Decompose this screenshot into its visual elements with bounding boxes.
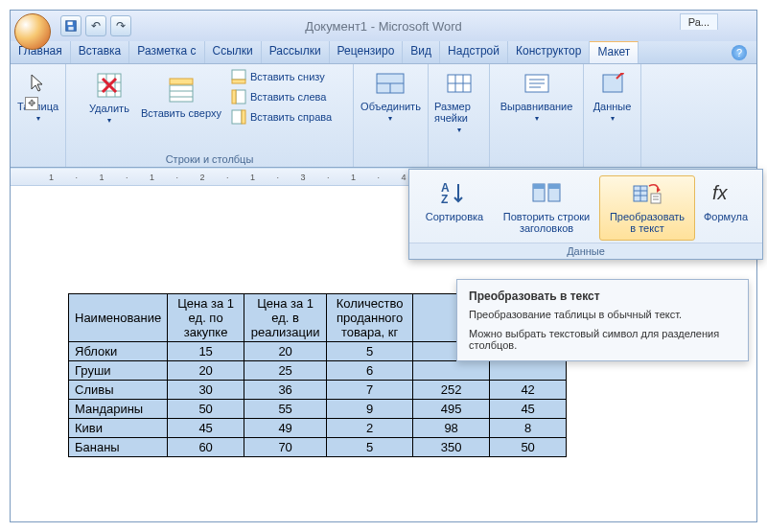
rows-cols-label: Строки и столбцы: [72, 152, 347, 166]
chevron-down-icon: ▾: [107, 116, 111, 125]
svg-rect-13: [232, 80, 245, 83]
cell-size-button[interactable]: Размер ячейки ▾: [434, 68, 483, 134]
group-data: Данные ▾: [584, 64, 641, 167]
svg-rect-12: [232, 70, 245, 80]
delete-table-icon: [94, 70, 125, 101]
tooltip-title: Преобразовать в текст: [469, 289, 736, 303]
insert-row-above-icon: [166, 75, 197, 105]
table-header[interactable]: Количество проданного товара, кг: [327, 294, 413, 342]
svg-rect-29: [603, 75, 622, 92]
group-table: Таблица ▾: [11, 64, 66, 167]
group-merge: Объединить ▾: [354, 64, 429, 167]
sort-icon: AZ: [439, 180, 470, 207]
tab-design[interactable]: Конструктор: [508, 41, 590, 63]
qat-save-icon[interactable]: [60, 15, 81, 36]
table-header[interactable]: Цена за 1 ед. в реализации: [244, 294, 327, 342]
tab-insert[interactable]: Вставка: [71, 41, 130, 63]
insert-col-left-icon: [231, 89, 246, 104]
svg-rect-16: [232, 110, 242, 124]
insert-left-button[interactable]: Вставить слева: [229, 88, 334, 105]
svg-rect-14: [236, 90, 245, 104]
tab-references[interactable]: Ссылки: [205, 41, 262, 63]
office-orb-button[interactable]: [14, 13, 51, 50]
svg-rect-36: [548, 184, 560, 189]
convert-to-text-icon: [632, 180, 662, 207]
quick-access-toolbar: ↶ ↷: [60, 15, 131, 36]
svg-rect-8: [170, 85, 193, 102]
convert-to-text-button[interactable]: Преобразовать в текст: [599, 175, 695, 241]
window-title: Документ1 - Microsoft Word: [305, 19, 462, 34]
qat-redo-icon[interactable]: ↷: [110, 15, 131, 36]
group-alignment: Выравнивание ▾: [490, 64, 584, 167]
insert-below-button[interactable]: Вставить снизу: [229, 68, 334, 85]
chevron-down-icon: ▾: [535, 114, 539, 123]
insert-col-right-icon: [231, 109, 246, 125]
table-row[interactable]: Груши20256: [69, 361, 567, 381]
svg-rect-2: [68, 27, 73, 31]
qat-undo-icon[interactable]: ↶: [85, 15, 106, 36]
tab-view[interactable]: Вид: [403, 41, 440, 63]
title-bar: ↶ ↷ Документ1 - Microsoft Word Ра...: [11, 11, 756, 41]
table-row[interactable]: Киви45492988: [69, 419, 567, 438]
table-tools-context[interactable]: Ра...: [680, 13, 718, 30]
svg-rect-17: [242, 110, 245, 124]
word-window: ↶ ↷ Документ1 - Microsoft Word Ра... Гла…: [10, 10, 757, 522]
cell-size-icon: [444, 68, 475, 99]
svg-text:Z: Z: [441, 193, 448, 205]
tab-page-layout[interactable]: Разметка с: [129, 41, 204, 63]
table-row[interactable]: Сливы3036725242: [69, 381, 567, 400]
data-button[interactable]: Данные ▾: [589, 68, 637, 123]
alignment-button[interactable]: Выравнивание ▾: [500, 68, 573, 123]
chevron-down-icon: ▾: [457, 126, 461, 134]
data-dropdown-panel: AZ Сортировка Повторить строки заголовко…: [408, 169, 763, 260]
ribbon: Таблица ▾ Удалить ▾ Вставить све: [11, 64, 756, 168]
svg-rect-1: [68, 22, 73, 26]
tooltip-line: Преобразование таблицы в обычный текст.: [469, 309, 736, 320]
table-row[interactable]: Бананы6070535050: [69, 438, 567, 457]
help-icon[interactable]: ?: [732, 45, 747, 60]
chevron-down-icon: ▾: [388, 114, 392, 123]
tab-mailings[interactable]: Рассылки: [262, 41, 330, 63]
svg-rect-41: [651, 194, 661, 203]
formula-icon: fx: [710, 180, 741, 207]
chevron-down-icon: ▾: [611, 114, 615, 123]
sort-button[interactable]: AZ Сортировка: [415, 175, 494, 241]
tab-review[interactable]: Рецензиро: [330, 41, 404, 63]
delete-button[interactable]: Удалить ▾: [85, 70, 133, 125]
merge-cells-icon: [375, 68, 406, 99]
data-dropdown-group-label: Данные: [409, 243, 762, 259]
tooltip-line: Можно выбрать текстовый символ для разде…: [469, 328, 736, 351]
insert-right-button[interactable]: Вставить справа: [229, 108, 334, 126]
svg-text:fx: fx: [712, 182, 729, 203]
table-header[interactable]: Цена за 1 ед. по закупке: [168, 294, 244, 342]
repeat-headers-icon: [531, 180, 562, 207]
repeat-header-rows-button[interactable]: Повторить строки заголовков: [494, 175, 599, 241]
alignment-icon: [522, 68, 552, 99]
svg-rect-34: [533, 184, 545, 189]
svg-rect-11: [170, 79, 193, 84]
chevron-down-icon: ▾: [36, 114, 40, 123]
select-table-button[interactable]: Таблица ▾: [14, 68, 62, 123]
tab-layout[interactable]: Макет: [590, 41, 639, 63]
data-icon: [597, 68, 628, 99]
merge-button[interactable]: Объединить ▾: [360, 68, 421, 123]
table-move-handle[interactable]: ✥: [25, 97, 38, 110]
tab-addins[interactable]: Надстрой: [440, 41, 508, 63]
insert-above-button[interactable]: Вставить сверху: [141, 75, 221, 119]
formula-button[interactable]: fx Формула: [695, 175, 756, 241]
table-row[interactable]: Мандарины5055949545: [69, 400, 567, 419]
cursor-icon: [23, 68, 54, 99]
tooltip: Преобразовать в текст Преобразование таб…: [456, 279, 749, 361]
table-header[interactable]: Наименование: [69, 294, 168, 342]
insert-row-below-icon: [231, 69, 246, 84]
ribbon-tabs: Главная Вставка Разметка с Ссылки Рассыл…: [11, 41, 756, 64]
group-rows-columns: Удалить ▾ Вставить сверху Вставить снизу: [66, 64, 354, 167]
svg-rect-15: [232, 90, 236, 104]
group-cell-size: Размер ячейки ▾: [429, 64, 490, 167]
